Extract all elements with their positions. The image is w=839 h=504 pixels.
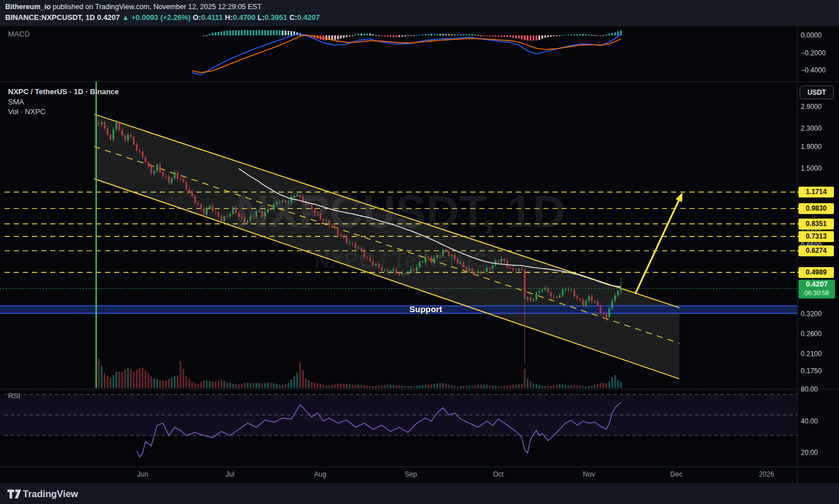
volume-bars (98, 358, 622, 388)
tradingview-footer: TradingView (0, 483, 839, 504)
price-level-badge: 1.1714 (798, 187, 834, 197)
macd-panel-label[interactable]: MACD (8, 30, 30, 38)
macd-axis-label: 0.0000 (801, 31, 835, 39)
time-axis-label: Aug (314, 470, 326, 478)
price-level-badge: 0.4989 (798, 267, 834, 278)
bar-countdown: 06:30:58 (798, 289, 835, 297)
symbol-ohlc-row: BINANCE:NXPCUSDT, 1D 0.4207 ▲ +0.0093 (+… (5, 13, 320, 22)
price-axis-label: 1.9000 (801, 143, 835, 151)
symbol-name: BINANCE:NXPCUSDT, 1D (5, 13, 95, 22)
last-price: 0.4207 (97, 13, 120, 22)
byline: Bithereum_io published on TradingView.co… (5, 3, 261, 11)
price-axis-label: 0.1750 (801, 367, 835, 375)
projection-arrow-head (676, 192, 683, 202)
main-legend-title[interactable]: NXPC / TetherUS · 1D · Binance (8, 87, 119, 96)
time-axis-label: Jun (137, 470, 148, 478)
macd-line (192, 34, 621, 75)
current-price-value: 0.4207 (798, 280, 835, 289)
support-zone-label: Support (409, 304, 442, 314)
ohlc-high-value: 0.4700 (233, 13, 256, 22)
macd-histogram (203, 30, 622, 41)
tradingview-brand-text[interactable]: TradingView (23, 489, 78, 499)
price-axis-label: 2.3000 (801, 124, 835, 132)
currency-toggle-button[interactable]: USDT (800, 86, 834, 99)
publication-header: Bithereum_io published on TradingView.co… (0, 0, 839, 26)
ohlc-low-label: L: (257, 13, 264, 22)
price-axis-label: 2.9000 (801, 103, 835, 111)
time-axis-label: Jul (225, 470, 234, 478)
up-arrow-icon: ▲ (122, 13, 129, 22)
macd-axis-label: −0.4000 (801, 66, 835, 74)
price-level-badge: 0.6274 (798, 245, 834, 256)
ohlc-high-label: H: (225, 13, 233, 22)
volume-legend[interactable]: Vol · NXPC (8, 107, 46, 116)
time-axis-label: Nov (583, 470, 595, 478)
time-axis-label: Sep (405, 470, 417, 478)
price-level-badge: 0.9830 (798, 203, 834, 214)
rsi-axis-label: 80.00 (801, 385, 835, 393)
rsi-axis-label: 40.00 (801, 417, 835, 425)
byline-text: published on TradingView.com, November 1… (51, 3, 261, 11)
chart-pane[interactable] (0, 0, 839, 504)
ohlc-close-label: C: (289, 13, 297, 22)
price-level-badge: 0.7313 (798, 231, 834, 242)
ohlc-open-label: O: (193, 13, 201, 22)
rsi-panel-label[interactable]: RSI (8, 392, 21, 400)
current-price-badge: 0.4207 06:30:58 (798, 280, 835, 299)
rsi-axis-label: 20.00 (801, 449, 835, 457)
channel-fill (94, 114, 679, 379)
price-axis-label: 0.2100 (801, 350, 835, 358)
ohlc-low-value: 0.3951 (264, 13, 287, 22)
time-axis-label: Dec (670, 470, 682, 478)
macd-signal-line (192, 35, 621, 72)
price-axis-label: 0.3200 (801, 310, 835, 318)
time-axis-label: 2026 (759, 470, 775, 478)
price-axis-label: 1.5000 (801, 164, 835, 172)
ohlc-open-value: 0.4111 (201, 13, 223, 22)
macd-axis-label: −0.2000 (801, 49, 835, 57)
price-axis-label: 0.2600 (801, 330, 835, 338)
tradingview-logo-icon[interactable] (7, 489, 21, 499)
time-axis-label: Oct (493, 470, 504, 478)
sma-legend[interactable]: SMA (8, 98, 24, 106)
ohlc-close-value: 0.4207 (297, 13, 320, 22)
author-name: Bithereum_io (5, 3, 51, 11)
price-level-badge: 0.8351 (798, 219, 834, 229)
tradingview-chart-window: NXPCUSDT, 1D NXPC / TetherUS Bithereum_i… (0, 0, 839, 504)
price-change: +0.0093 (+2.26%) (131, 13, 191, 22)
projection-arrow (635, 196, 681, 294)
